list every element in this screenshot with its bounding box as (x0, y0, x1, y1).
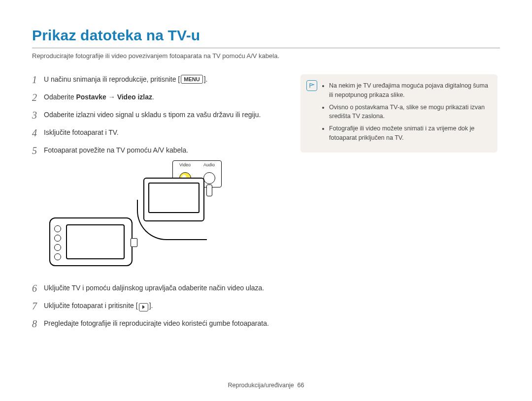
note-info-icon (306, 80, 317, 91)
step-8-text: Pregledajte fotografije ili reproduciraj… (44, 318, 273, 328)
page-subtitle: Reproducirajte fotografije ili video pov… (32, 52, 500, 60)
note-box: Na nekim je TV uređajima moguća pojava d… (300, 74, 498, 153)
page-title: Prikaz datoteka na TV-u (32, 27, 500, 44)
camera-icon (49, 217, 133, 266)
step-number: 4 (32, 127, 44, 138)
step-1-text-a: U načinu snimanja ili reprodukcije, prit… (44, 75, 180, 83)
step-5: 5 Fotoaparat povežite na TV pomoću A/V k… (32, 145, 273, 156)
cable-icon (137, 200, 207, 240)
page-footer: Reprodukcija/uređivanje 66 (0, 382, 532, 389)
step-6: 6 Uključite TV i pomoću daljinskog uprav… (32, 283, 273, 294)
step-5-text: Fotoaparat povežite na TV pomoću A/V kab… (44, 145, 273, 155)
step-number: 6 (32, 283, 44, 294)
camera-button-icon (54, 253, 61, 260)
step-4: 4 Isključite fotoaparat i TV. (32, 127, 273, 138)
video-jack-label: Video (173, 162, 197, 167)
playback-button-icon (139, 303, 148, 311)
note-item-2: Ovisno o postavkama TV-a, slike se mogu … (329, 103, 490, 122)
steps-column: 1 U načinu snimanja ili reprodukcije, pr… (32, 74, 273, 336)
step-2: 2 Odaberite Postavke → Video izlaz. (32, 92, 273, 103)
step-number: 7 (32, 301, 44, 311)
note-item-1: Na nekim je TV uređajima moguća pojava d… (329, 81, 490, 100)
step-2-text-b: . (152, 93, 154, 101)
step-2-bold: Postavke → Video izlaz (76, 93, 152, 101)
audio-plug-icon (206, 185, 212, 196)
step-6-text: Uključite TV i pomoću daljinskog upravlj… (44, 283, 273, 293)
camera-button-icon (54, 225, 61, 232)
step-number: 2 (32, 92, 44, 103)
step-number: 8 (32, 318, 44, 329)
step-4-text: Isključite fotoaparat i TV. (44, 127, 273, 137)
audio-jack-label: Audio (197, 162, 221, 167)
step-7-text-a: Uključite fotoaparat i pritisnite [ (44, 302, 138, 309)
step-1-text-b: ]. (204, 75, 208, 83)
step-1: 1 U načinu snimanja ili reprodukcije, pr… (32, 74, 273, 85)
camera-button-icon (54, 235, 61, 242)
step-3: 3 Odaberite izlazni video signal u sklad… (32, 110, 273, 121)
step-7: 7 Uključite fotoaparat i pritisnite []. (32, 301, 273, 311)
camera-port-icon (131, 238, 137, 247)
step-number: 5 (32, 145, 44, 156)
connection-diagram: Video Audio (47, 163, 224, 271)
note-item-3: Fotografije ili video možete snimati i z… (329, 124, 490, 143)
menu-button-label: MENU (181, 75, 202, 84)
step-number: 1 (32, 74, 44, 85)
footer-page-number: 66 (298, 382, 304, 389)
step-number: 3 (32, 110, 44, 121)
step-3-text: Odaberite izlazni video signal u skladu … (44, 110, 273, 120)
step-8: 8 Pregledajte fotografije ili reproducir… (32, 318, 273, 329)
camera-screen-icon (66, 224, 125, 259)
camera-button-icon (54, 244, 61, 251)
footer-section: Reprodukcija/uređivanje (228, 382, 294, 389)
audio-jack-icon (203, 172, 215, 184)
step-7-text-b: ]. (149, 302, 153, 309)
step-2-text-a: Odaberite (44, 93, 76, 101)
